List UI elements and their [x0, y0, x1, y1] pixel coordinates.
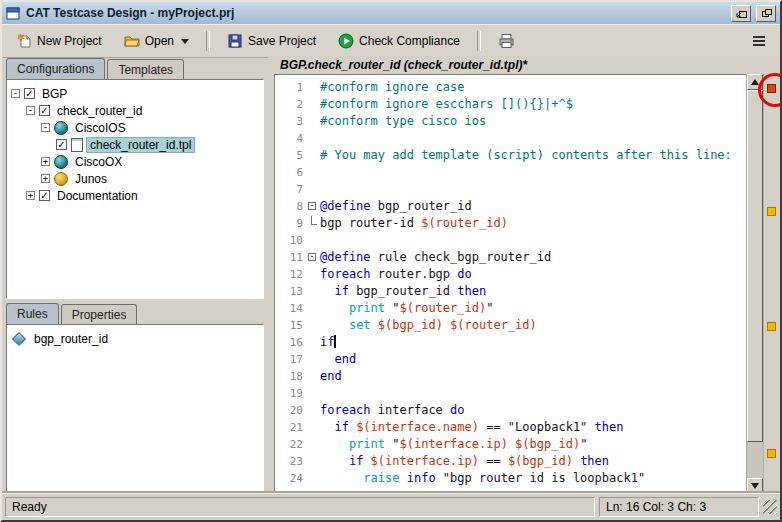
expand-icon[interactable]: +: [41, 157, 50, 166]
toolbar-menu-button[interactable]: [744, 28, 774, 54]
code-line[interactable]: 5# You may add template (script) content…: [275, 147, 746, 164]
tree-checkbox[interactable]: ✓: [56, 139, 67, 150]
code-line[interactable]: 9bgp router-id $(router_id): [275, 215, 746, 232]
line-number: 19: [275, 385, 307, 402]
tree-node-label[interactable]: CiscoOX: [72, 155, 125, 169]
code-line[interactable]: 17 end: [275, 351, 746, 368]
fold-end-icon: [311, 216, 317, 225]
rules-panel: bgp_router_id: [6, 324, 264, 492]
fold-collapse-icon[interactable]: -: [308, 253, 316, 261]
code-line[interactable]: 16if: [275, 334, 746, 351]
fold-margin: [307, 419, 320, 436]
collapse-icon[interactable]: -: [11, 89, 20, 98]
code-area[interactable]: 1#conform ignore case2#conform ignore es…: [274, 74, 747, 494]
float-window-button[interactable]: [731, 5, 751, 22]
fold-margin: [307, 164, 320, 181]
code-line[interactable]: 20foreach interface do: [275, 402, 746, 419]
tree-node-label[interactable]: CiscoIOS: [72, 121, 129, 135]
tree-node-label[interactable]: check_router_id.tpl: [87, 138, 194, 152]
line-number: 8: [275, 198, 307, 215]
code-line[interactable]: 14 print "$(router_id)": [275, 300, 746, 317]
expand-icon[interactable]: +: [26, 191, 35, 200]
code-line[interactable]: 11-@define rule check_bgp_router_id: [275, 249, 746, 266]
resize-grip[interactable]: [763, 500, 777, 514]
warning-marker[interactable]: [767, 207, 776, 216]
fold-collapse-icon[interactable]: -: [308, 202, 316, 210]
code-line[interactable]: 1#conform ignore case: [275, 79, 746, 96]
code-line[interactable]: 8-@define bgp_router_id: [275, 198, 746, 215]
tree-node-label[interactable]: Junos: [72, 172, 110, 186]
tree-node[interactable]: -✓check_router_id: [7, 102, 263, 119]
rule-label[interactable]: bgp_router_id: [31, 332, 111, 346]
fold-margin: [307, 453, 320, 470]
code-line[interactable]: 18end: [275, 368, 746, 385]
open-button[interactable]: Open: [116, 28, 197, 54]
error-stripe[interactable]: [763, 74, 780, 494]
fold-margin[interactable]: -: [307, 249, 320, 266]
code-text: #conform type cisco ios: [320, 113, 746, 130]
tab-templates[interactable]: Templates: [107, 59, 184, 79]
save-project-button[interactable]: Save Project: [219, 28, 324, 54]
rule-item[interactable]: bgp_router_id: [7, 330, 263, 347]
scroll-up-button[interactable]: [747, 74, 763, 90]
tree-node[interactable]: +✓Documentation: [7, 187, 263, 204]
editor-area: 1#conform ignore case2#conform ignore es…: [274, 74, 780, 494]
code-line[interactable]: 22 print "$(interface.ip) $(bgp_id)": [275, 436, 746, 453]
code-line[interactable]: 23 if $(interface.ip) == $(bgp_id) then: [275, 453, 746, 470]
tree-node[interactable]: -CiscoIOS: [7, 119, 263, 136]
title-bar[interactable]: CAT Testcase Design - myProject.prj: [2, 2, 780, 25]
tree-node[interactable]: ✓check_router_id.tpl: [7, 136, 263, 153]
configuration-tree-panel: -✓BGP-✓check_router_id-CiscoIOS✓check_ro…: [6, 79, 264, 299]
code-line[interactable]: 24 raise info "bgp router id is loopback…: [275, 470, 746, 487]
tree-node[interactable]: -✓BGP: [7, 85, 263, 102]
editor-panel: BGP.check_router_id (check_router_id.tpl…: [274, 56, 780, 494]
code-line[interactable]: 15 set $(bgp_id) $(router_id): [275, 317, 746, 334]
fold-margin: [307, 334, 320, 351]
line-number: 11: [275, 249, 307, 266]
code-line[interactable]: 4: [275, 130, 746, 147]
editor-vertical-scrollbar[interactable]: [746, 74, 764, 494]
tree-checkbox[interactable]: ✓: [39, 190, 50, 201]
expand-icon[interactable]: +: [41, 174, 50, 183]
error-marker[interactable]: [767, 84, 776, 93]
code-line[interactable]: 6: [275, 164, 746, 181]
warning-marker[interactable]: [767, 322, 776, 331]
code-line[interactable]: 19: [275, 385, 746, 402]
code-line[interactable]: 21 if $(interface.name) == "Loopback1" t…: [275, 419, 746, 436]
code-line[interactable]: 3#conform type cisco ios: [275, 113, 746, 130]
tab-properties[interactable]: Properties: [61, 304, 138, 324]
tab-rules[interactable]: Rules: [6, 303, 59, 324]
code-text: [320, 385, 746, 402]
check-compliance-button[interactable]: Check Compliance: [330, 28, 468, 54]
fold-margin[interactable]: -: [307, 198, 320, 215]
code-text: #conform ignore escchars [](){}|+^$: [320, 96, 746, 113]
code-text: @define bgp_router_id: [320, 198, 746, 215]
collapse-icon[interactable]: -: [41, 123, 50, 132]
tree-node-label[interactable]: check_router_id: [54, 104, 145, 118]
new-project-button[interactable]: New Project: [8, 28, 110, 54]
fold-margin: [307, 351, 320, 368]
code-text: foreach router.bgp do: [320, 266, 746, 283]
tree-node-label[interactable]: Documentation: [54, 189, 141, 203]
code-line[interactable]: 2#conform ignore escchars [](){}|+^$: [275, 96, 746, 113]
print-button[interactable]: [490, 28, 523, 54]
scrollbar-thumb[interactable]: [747, 90, 763, 442]
collapse-icon[interactable]: -: [26, 106, 35, 115]
main-area: Configurations Templates -✓BGP-✓check_ro…: [2, 56, 780, 494]
scroll-down-button[interactable]: [747, 478, 763, 494]
tab-configurations[interactable]: Configurations: [6, 58, 105, 79]
tree-checkbox[interactable]: ✓: [24, 88, 35, 99]
tree-node-label[interactable]: BGP: [39, 87, 70, 101]
fold-margin: [307, 368, 320, 385]
code-line[interactable]: 13 if bgp_router_id then: [275, 283, 746, 300]
code-line[interactable]: 12foreach router.bgp do: [275, 266, 746, 283]
warning-marker[interactable]: [767, 449, 776, 458]
maximize-window-button[interactable]: [756, 5, 776, 22]
code-line[interactable]: 10: [275, 232, 746, 249]
line-number: 5: [275, 147, 307, 164]
tree-node[interactable]: +Junos: [7, 170, 263, 187]
tree-checkbox[interactable]: ✓: [39, 105, 50, 116]
fold-margin: [307, 317, 320, 334]
code-line[interactable]: 7: [275, 181, 746, 198]
tree-node[interactable]: +CiscoOX: [7, 153, 263, 170]
